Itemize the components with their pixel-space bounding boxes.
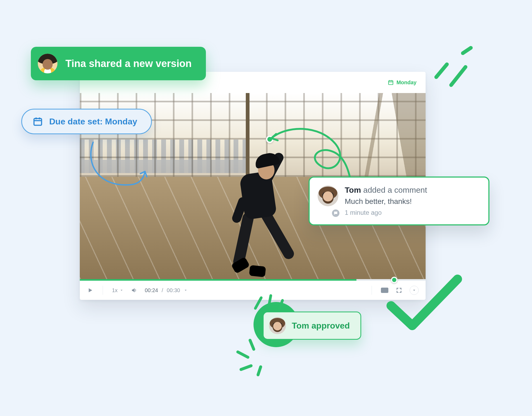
calendar-icon (388, 79, 394, 85)
notification-approved[interactable]: Tom approved (263, 312, 361, 340)
control-divider (103, 286, 103, 295)
comment-author: Tom (345, 186, 361, 194)
avatar-tina (38, 54, 57, 73)
comment-header: Tom added a comment (345, 186, 479, 195)
comment-card[interactable]: Tom added a comment Much better, thanks!… (309, 177, 489, 225)
notification-shared-version[interactable]: Tina shared a new version (31, 47, 206, 80)
time-separator: / (160, 287, 165, 293)
volume-button[interactable] (131, 287, 137, 293)
svg-line-0 (436, 64, 447, 77)
due-date-label: Monday (396, 79, 417, 86)
svg-rect-13 (34, 119, 42, 125)
play-button[interactable] (87, 287, 94, 294)
notification-shared-text: Tina shared a new version (65, 58, 192, 69)
time-current: 00:24 (145, 287, 158, 293)
due-date-chip[interactable]: Monday (388, 79, 417, 86)
svg-line-18 (238, 352, 248, 357)
svg-rect-3 (389, 81, 393, 85)
video-timeline[interactable] (80, 279, 426, 281)
notification-due-date-text: Due date set: Monday (49, 117, 137, 127)
dancer-figure (218, 149, 298, 271)
calendar-icon (33, 116, 43, 127)
svg-line-17 (250, 340, 254, 349)
avatar-tom (318, 186, 338, 206)
svg-line-2 (463, 48, 471, 53)
player-controls: 1x 00:24 / 00:30 (80, 281, 426, 300)
comment-timestamp: 1 minute ago (345, 209, 479, 216)
playback-speed-button[interactable]: 1x (112, 287, 123, 293)
time-display[interactable]: 00:24 / 00:30 (145, 287, 188, 293)
playback-speed-value: 1x (112, 287, 118, 293)
emphasis-burst-top-right (431, 45, 479, 90)
annotation-marker[interactable] (266, 136, 273, 143)
svg-line-20 (258, 367, 261, 375)
time-total: 00:30 (167, 287, 180, 293)
comment-body: Much better, thanks! (345, 197, 479, 206)
notification-approved-text: Tom approved (292, 321, 350, 331)
control-divider (372, 286, 372, 295)
notification-due-date[interactable]: Due date set: Monday (21, 109, 152, 134)
avatar-tom (269, 317, 286, 334)
comment-action: added a comment (361, 186, 427, 194)
checkmark-icon (383, 271, 466, 335)
svg-line-19 (241, 366, 251, 369)
comment-icon (331, 208, 340, 218)
timeline-progress (80, 279, 356, 281)
svg-line-1 (451, 67, 466, 85)
